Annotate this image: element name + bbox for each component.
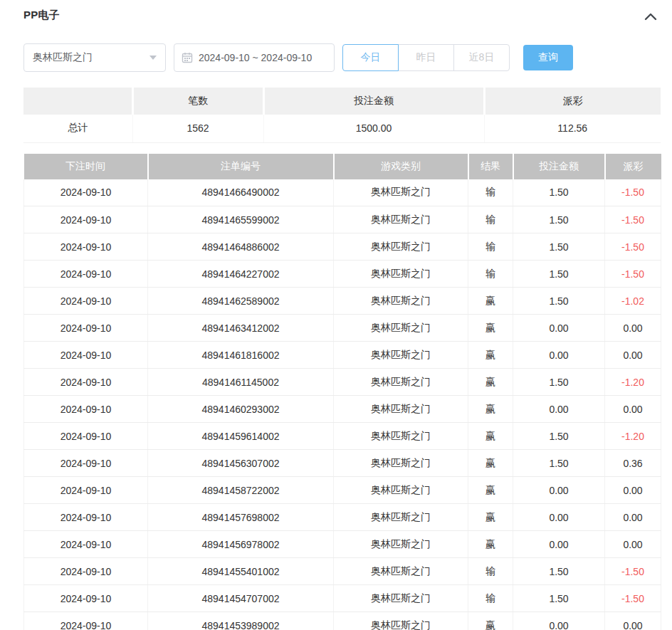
bet-amount-cell: 0.00 (513, 342, 605, 369)
page-title: PP电子 (23, 9, 60, 22)
game-type-cell: 奥林匹斯之门 (334, 396, 468, 423)
summary-total-row: 总计 1562 1500.00 112.56 (23, 115, 661, 142)
today-button[interactable]: 今日 (342, 44, 399, 71)
payout-cell: -1.20 (605, 369, 661, 396)
payout-cell: 0.00 (605, 612, 661, 630)
game-type-cell: 奥林匹斯之门 (334, 342, 468, 369)
bet-time-cell: 2024-09-10 (24, 558, 148, 585)
bet-time-cell: 2024-09-10 (24, 369, 148, 396)
table-row: 2024-09-1048941459614002奥林匹斯之门赢1.50-1.20 (24, 423, 661, 450)
game-type-cell: 奥林匹斯之门 (334, 504, 468, 531)
bet-table-body: 2024-09-1048941466490002奥林匹斯之门输1.50-1.50… (24, 179, 661, 630)
bet-amount-cell: 0.00 (513, 315, 605, 342)
date-range-input[interactable]: 2024-09-10 ~ 2024-09-10 (174, 43, 335, 72)
payout-cell: -1.50 (605, 585, 661, 612)
collapse-panel-button[interactable] (641, 10, 661, 25)
payout-cell: 0.00 (605, 315, 661, 342)
game-type-cell: 奥林匹斯之门 (334, 369, 468, 396)
game-type-cell: 奥林匹斯之门 (334, 423, 468, 450)
bet-id-cell: 48941464227002 (148, 261, 334, 288)
result-cell: 赢 (468, 396, 513, 423)
bet-id-cell: 48941462589002 (148, 288, 334, 315)
result-cell: 赢 (468, 504, 513, 531)
bet-time-cell: 2024-09-10 (24, 477, 148, 504)
result-cell: 赢 (468, 450, 513, 477)
bet-time-cell: 2024-09-10 (24, 396, 148, 423)
header-bet-amount: 投注金额 (513, 154, 605, 179)
bet-time-cell: 2024-09-10 (24, 342, 148, 369)
table-row: 2024-09-1048941455401002奥林匹斯之门输1.50-1.50 (24, 558, 661, 585)
table-row: 2024-09-1048941462589002奥林匹斯之门赢1.50-1.02 (24, 288, 661, 315)
filter-row: 奥林匹斯之门 2024-09-10 ~ 2024-09-10 今日 昨日 近8日… (23, 43, 661, 72)
summary-header-bet-amount: 投注金额 (263, 88, 484, 115)
game-type-cell: 奥林匹斯之门 (334, 315, 468, 342)
yesterday-button[interactable]: 昨日 (398, 44, 454, 71)
result-cell: 赢 (468, 477, 513, 504)
table-row: 2024-09-1048941464886002奥林匹斯之门输1.50-1.50 (24, 233, 661, 261)
bet-time-cell: 2024-09-10 (24, 504, 148, 531)
query-button[interactable]: 查询 (523, 45, 573, 70)
bet-amount-cell: 1.50 (513, 369, 605, 396)
result-cell: 赢 (468, 531, 513, 558)
table-row: 2024-09-1048941457698002奥林匹斯之门赢0.000.00 (24, 504, 661, 531)
bet-id-cell: 48941461816002 (148, 342, 334, 369)
header-payout: 派彩 (605, 154, 661, 179)
table-row: 2024-09-1048941453989002奥林匹斯之门赢0.000.00 (24, 612, 661, 630)
header-game-type: 游戏类别 (334, 154, 468, 179)
table-row: 2024-09-1048941461816002奥林匹斯之门赢0.000.00 (24, 342, 661, 369)
summary-header-blank (23, 88, 132, 115)
bet-amount-cell: 0.00 (513, 396, 605, 423)
game-type-cell: 奥林匹斯之门 (334, 288, 468, 315)
payout-cell: 0.00 (605, 504, 661, 531)
calendar-icon (182, 52, 193, 63)
table-row: 2024-09-1048941458722002奥林匹斯之门赢0.000.00 (24, 477, 661, 504)
summary-payout-value: 112.56 (484, 115, 661, 142)
summary-total-label: 总计 (23, 115, 132, 142)
bet-amount-cell: 0.00 (513, 504, 605, 531)
payout-cell: 0.00 (605, 396, 661, 423)
bet-amount-cell: 1.50 (513, 233, 605, 261)
pp-electronic-panel: PP电子 奥林匹斯之门 2024-09-10 ~ 2024-09-10 今日 昨… (0, 0, 672, 630)
result-cell: 输 (468, 233, 513, 261)
payout-cell: 0.00 (605, 342, 661, 369)
bet-id-cell: 48941457698002 (148, 504, 334, 531)
payout-cell: -1.50 (605, 179, 661, 206)
last-8-days-button[interactable]: 近8日 (453, 44, 510, 71)
payout-cell: -1.50 (605, 233, 661, 261)
table-row: 2024-09-1048941461145002奥林匹斯之门赢1.50-1.20 (24, 369, 661, 396)
bet-id-cell: 48941456978002 (148, 531, 334, 558)
result-cell: 赢 (468, 612, 513, 630)
bet-table-header-row: 下注时间 注单编号 游戏类别 结果 投注金额 派彩 (24, 154, 661, 179)
bet-records-table: 下注时间 注单编号 游戏类别 结果 投注金额 派彩 2024-09-104894… (23, 154, 661, 630)
bet-amount-cell: 1.50 (513, 261, 605, 288)
bet-time-cell: 2024-09-10 (24, 288, 148, 315)
bet-amount-cell: 1.50 (513, 423, 605, 450)
game-type-cell: 奥林匹斯之门 (334, 233, 468, 261)
panel-header: PP电子 (23, 9, 661, 30)
bet-time-cell: 2024-09-10 (24, 423, 148, 450)
result-cell: 输 (468, 206, 513, 233)
bet-time-cell: 2024-09-10 (24, 315, 148, 342)
game-select[interactable]: 奥林匹斯之门 (23, 43, 166, 72)
bet-id-cell: 48941453989002 (148, 612, 334, 630)
bet-amount-cell: 1.50 (513, 450, 605, 477)
game-type-cell: 奥林匹斯之门 (334, 206, 468, 233)
bet-amount-cell: 1.50 (513, 179, 605, 206)
game-select-value: 奥林匹斯之门 (33, 51, 93, 64)
bet-time-cell: 2024-09-10 (24, 233, 148, 261)
result-cell: 赢 (468, 288, 513, 315)
result-cell: 输 (468, 179, 513, 206)
game-type-cell: 奥林匹斯之门 (334, 612, 468, 630)
bet-time-cell: 2024-09-10 (24, 585, 148, 612)
summary-table: 笔数 投注金额 派彩 总计 1562 1500.00 112.56 (23, 88, 661, 143)
table-row: 2024-09-1048941464227002奥林匹斯之门输1.50-1.50 (24, 261, 661, 288)
table-row: 2024-09-1048941465599002奥林匹斯之门输1.50-1.50 (24, 206, 661, 233)
result-cell: 赢 (468, 369, 513, 396)
bet-amount-cell: 1.50 (513, 206, 605, 233)
payout-cell: -1.50 (605, 261, 661, 288)
bet-amount-cell: 0.00 (513, 531, 605, 558)
bet-id-cell: 48941461145002 (148, 369, 334, 396)
payout-cell: 0.36 (605, 450, 661, 477)
chevron-up-icon (644, 13, 658, 23)
bet-id-cell: 48941466490002 (148, 179, 334, 206)
